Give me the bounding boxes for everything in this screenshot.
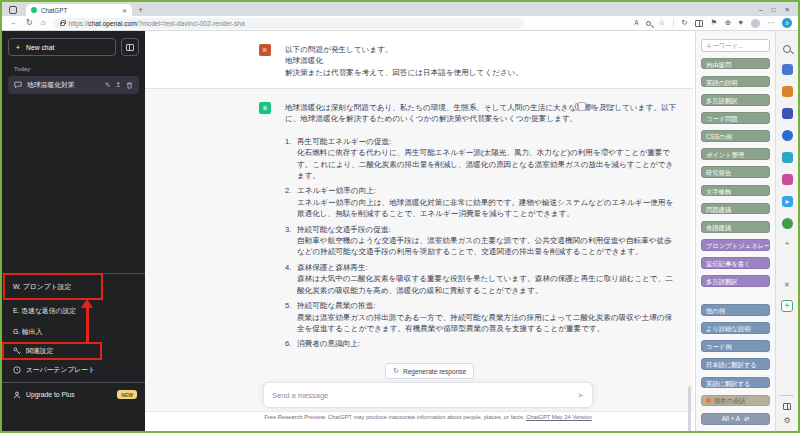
new-chat-button[interactable]: + New chat	[8, 38, 116, 56]
tab-actions-icon[interactable]	[9, 6, 17, 14]
edge-sidebar-strip: ➤ + ✕ ✳ ⚙	[775, 31, 798, 431]
prompt-button-more-detail[interactable]: より詳細な説明	[701, 322, 770, 334]
shortcut-toggle-button[interactable]: Alt + A ⇄	[701, 413, 770, 425]
menu-item-import-export[interactable]: G. 輸出入	[2, 322, 145, 342]
person-icon	[13, 391, 21, 399]
window-maximize-button[interactable]: □	[772, 6, 776, 14]
super-template-label: スーパーテンプレート	[26, 365, 95, 375]
prompt-button-code-example[interactable]: コード例	[701, 340, 770, 352]
menu-item-upgrade[interactable]: Upgrade to Plus NEW	[2, 382, 145, 406]
window-minimize-button[interactable]: –	[759, 6, 763, 14]
prompt-button-other-examples[interactable]: 他の例	[701, 304, 770, 316]
extensions-icon[interactable]: ⊕	[725, 19, 731, 27]
prompt-button-code-question[interactable]: コード問題	[701, 112, 770, 124]
address-bar[interactable]: https://chat.openai.com/?model=text-davi…	[54, 18, 524, 29]
prompt-button-translate-japanese[interactable]: 日本語に翻訳する	[701, 358, 770, 370]
new-tab-button[interactable]: +	[138, 5, 143, 15]
settings-gear-icon[interactable]: ⚙	[783, 417, 790, 425]
bing-icon[interactable]: b	[782, 18, 792, 28]
delete-chat-icon[interactable]	[126, 82, 133, 89]
keyword-input[interactable]	[701, 39, 770, 52]
menu-item-super-template[interactable]: スーパーテンプレート	[2, 360, 145, 380]
current-conversation-label: 現在の会話	[714, 395, 746, 407]
collections-icon[interactable]: ⚑	[711, 19, 718, 27]
plus-icon: +	[16, 44, 20, 51]
prompt-button-text-decoration[interactable]: 文字修飾	[701, 185, 770, 197]
favorites-star-icon[interactable]: ☆	[658, 19, 665, 27]
extension-prompt-panel: 自由提問 英語の説明 多言語翻訳 コード問題 CSSの例 ポイント整理 研究報告…	[695, 31, 775, 431]
clock-icon	[13, 366, 21, 374]
read-aloud-icon[interactable]: A	[634, 20, 638, 27]
current-conversation-button[interactable]: 現在の会話	[701, 395, 770, 407]
browser-essentials-icon[interactable]: ♥	[739, 19, 743, 27]
prompt-button-translate-english[interactable]: 英語に翻訳する	[701, 377, 770, 389]
prompt-button-write-ad-article[interactable]: 宣伝記事を書く	[701, 257, 770, 269]
sidebar-panel-icon	[126, 44, 134, 51]
tree-app-icon[interactable]	[782, 218, 793, 229]
chat-history-item[interactable]: 地球温暖化対策 ✎ ↥	[8, 76, 139, 94]
scrollbar-thumb[interactable]	[688, 386, 691, 432]
edit-chat-icon[interactable]: ✎	[105, 82, 110, 89]
copilot-icon[interactable]	[782, 130, 793, 141]
prompt-button-english-explain[interactable]: 英語の説明	[701, 76, 770, 88]
list-item: 持続可能な農業の推進:農業は温室効果ガスの排出源である一方で、持続可能な農業方法…	[297, 300, 677, 334]
prompt-button-point-summary[interactable]: ポイント整理	[701, 148, 770, 160]
close-sidebar-icon[interactable]: ✕	[784, 281, 790, 289]
thumbs-down-icon[interactable]	[604, 103, 611, 110]
back-icon[interactable]: ←	[10, 19, 18, 27]
new-chat-label: New chat	[26, 44, 54, 51]
prompt-button-css-example[interactable]: CSSの例	[701, 130, 770, 142]
copy-icon[interactable]	[575, 103, 581, 110]
toolbox-icon[interactable]	[782, 86, 793, 97]
browser-tab-strip: ChatGPT ✕ + – □ ✕	[2, 2, 798, 16]
prompt-button-multilingual[interactable]: 多言語翻訳	[701, 94, 770, 106]
chatgpt-extension-icon[interactable]: ✳	[781, 300, 793, 312]
tab-close-icon[interactable]: ✕	[122, 7, 127, 14]
user-avatar: IK	[259, 44, 271, 56]
prompt-button-free-question[interactable]: 自由提問	[701, 58, 770, 70]
search-icon[interactable]	[783, 45, 791, 53]
menu-item-quick-reply-settings[interactable]: E. 迅速な返信の設定	[2, 300, 145, 322]
share-chat-icon[interactable]: ↥	[116, 82, 121, 89]
prompt-button-prompt-generator[interactable]: プロンプトジェネレーター	[701, 239, 770, 251]
office-icon[interactable]	[782, 152, 793, 163]
games-icon[interactable]	[782, 108, 793, 119]
upgrade-label: Upgrade to Plus	[26, 391, 75, 398]
window-close-button[interactable]: ✕	[785, 6, 790, 14]
import-export-label: G. 輸出入	[13, 327, 42, 337]
thumbs-up-icon[interactable]	[589, 103, 596, 110]
user-message: 以下の問題が発生しています。 地球温暖化 解決策または代替案を考えて、回答には日…	[285, 44, 677, 78]
user-message-row: IK 以下の問題が発生しています。 地球温暖化 解決策または代替案を考えて、回答…	[145, 31, 693, 88]
prompt-button-multilingual-2[interactable]: 多言語翻訳	[701, 275, 770, 287]
list-item: 森林保護と森林再生:森林は大気中の二酸化炭素を吸収する重要な役割を果たしています…	[297, 262, 677, 296]
message-input[interactable]	[264, 391, 577, 400]
add-app-icon[interactable]: +	[785, 240, 790, 248]
chatgpt-avatar: ✳	[259, 102, 271, 114]
url-host: chat.openai.com	[88, 20, 136, 27]
regenerate-label: Regenerate response	[403, 368, 466, 375]
messenger-icon[interactable]: ➤	[782, 196, 793, 207]
collapse-sidebar-button[interactable]	[121, 38, 139, 56]
panel-gap	[701, 293, 770, 304]
customize-sidebar-icon[interactable]	[783, 403, 791, 410]
strip-divider	[780, 395, 794, 396]
zoom-icon[interactable]	[646, 21, 651, 26]
prompt-button-research-report[interactable]: 研究報告	[701, 166, 770, 178]
prompt-button-recipe-suggest[interactable]: 食譜建議	[701, 221, 770, 233]
chat-bubble-icon	[14, 81, 22, 89]
sync-icon[interactable]: ↻	[681, 19, 687, 27]
prompt-button-question-suggest[interactable]: 問題建議	[701, 203, 770, 215]
version-link[interactable]: ChatGPT May 24 Version	[526, 414, 592, 420]
home-icon[interactable]: ⌂	[41, 19, 46, 27]
regenerate-button[interactable]: ↻ Regenerate response	[385, 363, 474, 379]
browser-tab[interactable]: ChatGPT ✕	[26, 4, 132, 16]
refresh-icon[interactable]: ↻	[26, 19, 33, 27]
shopping-icon[interactable]	[782, 64, 793, 75]
split-screen-icon[interactable]	[695, 20, 703, 27]
toolbar-divider	[673, 19, 674, 27]
profile-avatar[interactable]	[751, 19, 760, 28]
designer-icon[interactable]	[782, 174, 793, 185]
more-menu-icon[interactable]: ⋯	[767, 19, 775, 27]
send-icon[interactable]: ➤	[577, 391, 592, 400]
user-message-line: 解決策または代替案を考えて、回答には日本語を使用してください。	[285, 67, 677, 78]
